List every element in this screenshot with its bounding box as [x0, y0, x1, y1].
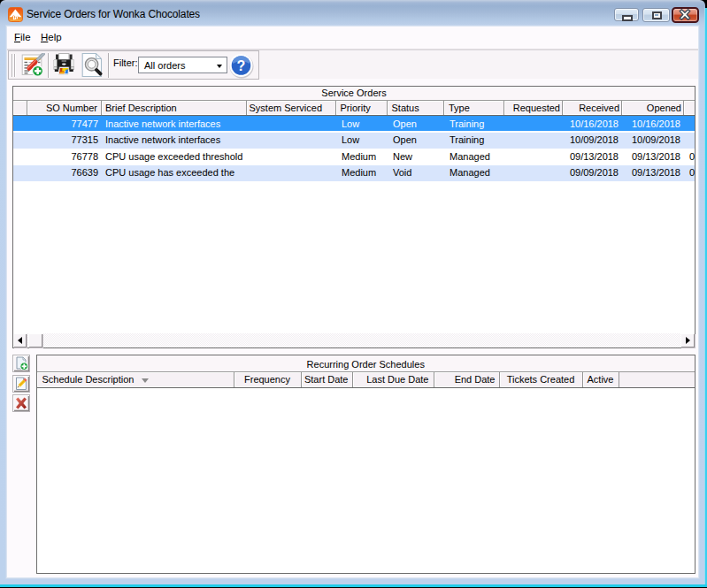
svg-text:?: ? [237, 57, 246, 73]
